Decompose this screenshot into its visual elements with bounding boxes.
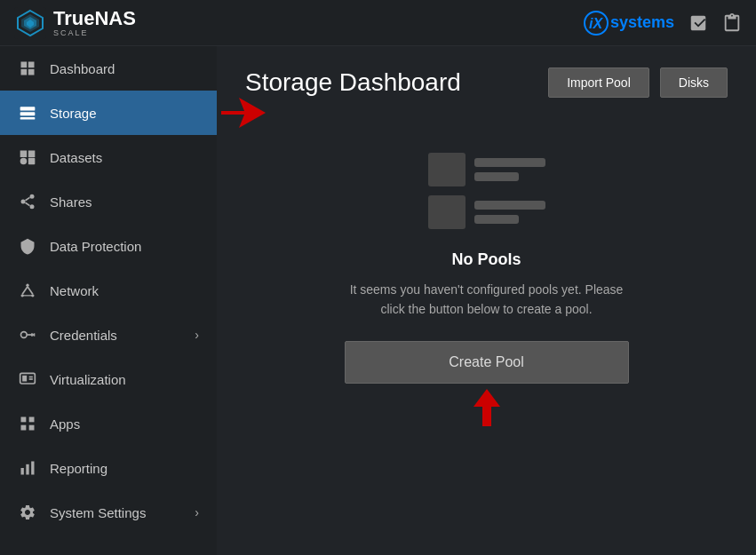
sidebar-item-credentials[interactable]: Credentials › [0, 313, 217, 357]
sidebar-item-shares[interactable]: Shares [0, 179, 217, 224]
svg-rect-16 [28, 158, 36, 165]
sidebar-item-storage[interactable]: Storage [0, 91, 217, 135]
logo-text: TrueNAS [53, 7, 136, 29]
reporting-icon [18, 458, 37, 478]
create-pool-button[interactable]: Create Pool [345, 341, 629, 384]
placeholder-box-1 [428, 153, 466, 186]
svg-line-25 [22, 287, 28, 294]
svg-rect-40 [21, 468, 24, 475]
placeholder-row-1 [428, 153, 545, 186]
data-protection-icon [18, 236, 37, 256]
sidebar-item-label-dashboard: Dashboard [50, 61, 199, 76]
import-pool-button[interactable]: Import Pool [548, 67, 649, 98]
svg-point-19 [30, 204, 35, 209]
system-settings-arrow-icon: › [195, 505, 199, 519]
no-pools-description: It seems you haven't configured pools ye… [345, 280, 629, 320]
svg-rect-10 [20, 112, 36, 115]
svg-rect-37 [29, 417, 35, 423]
no-pools-placeholder-graphic [428, 153, 545, 229]
svg-line-26 [28, 287, 33, 294]
sidebar-item-label-data-protection: Data Protection [50, 239, 199, 254]
create-pool-up-arrow-annotation [466, 387, 507, 428]
svg-rect-7 [21, 69, 28, 75]
ix-brand-text: systems [610, 13, 674, 32]
topbar: iX systems [217, 0, 756, 46]
disks-button[interactable]: Disks [660, 67, 728, 98]
placeholder-line-1b [474, 172, 519, 181]
sidebar-item-label-datasets: Datasets [50, 150, 199, 165]
virtualization-icon [18, 369, 37, 389]
logo-sub: SCALE [53, 28, 136, 37]
sidebar-item-system-settings[interactable]: System Settings › [0, 490, 217, 535]
sidebar-item-label-storage: Storage [50, 106, 199, 121]
clipboard-icon-button[interactable] [722, 13, 742, 33]
no-pools-container: No Pools It seems you haven't configured… [245, 126, 728, 428]
svg-rect-42 [31, 462, 34, 475]
truenas-logo-icon [14, 7, 46, 39]
placeholder-line-2b [474, 215, 519, 224]
sidebar-item-virtualization[interactable]: Virtualization [0, 357, 217, 401]
sidebar-item-label-reporting: Reporting [50, 461, 199, 476]
network-icon [18, 281, 37, 300]
credentials-arrow-icon: › [195, 328, 199, 342]
sidebar: TrueNAS SCALE Dashboard Storage [0, 0, 217, 555]
datasets-icon [18, 147, 37, 167]
sidebar-item-dashboard[interactable]: Dashboard [0, 46, 217, 91]
placeholder-box-2 [428, 195, 466, 229]
page-header: Storage Dashboard Import Pool Disks [245, 67, 728, 98]
svg-rect-32 [20, 373, 36, 384]
svg-rect-36 [21, 417, 27, 423]
sidebar-item-label-apps: Apps [50, 416, 199, 432]
topbar-icons [688, 13, 742, 33]
sidebar-item-network[interactable]: Network [0, 268, 217, 313]
placeholder-line-1a [474, 158, 545, 167]
svg-rect-5 [21, 62, 28, 68]
clipboard-icon [722, 13, 742, 33]
placeholder-lines-2 [474, 201, 545, 224]
ix-systems-logo: iX systems [584, 11, 674, 36]
svg-rect-13 [20, 151, 28, 158]
svg-rect-8 [28, 69, 35, 75]
svg-marker-45 [473, 389, 500, 426]
create-pool-section: Create Pool [345, 341, 629, 428]
svg-rect-33 [22, 376, 27, 382]
svg-rect-9 [20, 107, 36, 110]
guide-icon-button[interactable] [688, 13, 708, 33]
sidebar-item-datasets[interactable]: Datasets [0, 135, 217, 179]
svg-text:iX: iX [589, 16, 603, 31]
no-pools-title: No Pools [451, 250, 521, 269]
system-settings-icon [18, 503, 37, 522]
ix-logo-icon: iX [584, 11, 609, 36]
sidebar-header: TrueNAS SCALE [0, 0, 217, 46]
svg-line-20 [26, 197, 30, 200]
storage-icon [18, 103, 37, 123]
svg-rect-14 [28, 151, 36, 158]
header-buttons: Import Pool Disks [548, 67, 728, 98]
svg-rect-38 [21, 425, 27, 431]
guide-icon [688, 13, 708, 33]
sidebar-item-label-network: Network [50, 283, 199, 298]
sidebar-item-label-shares: Shares [50, 194, 199, 210]
placeholder-row-2 [428, 195, 545, 229]
shares-icon [18, 192, 37, 211]
page-title: Storage Dashboard [245, 68, 548, 97]
placeholder-lines-1 [474, 158, 545, 181]
main-content: iX systems Storage Dashboard Import Pool… [217, 0, 756, 555]
svg-rect-6 [28, 62, 35, 68]
svg-point-22 [26, 284, 28, 287]
svg-rect-41 [26, 464, 28, 475]
storage-page: Storage Dashboard Import Pool Disks [217, 46, 756, 555]
dashboard-icon [18, 59, 37, 78]
svg-rect-11 [20, 117, 36, 120]
apps-icon [18, 414, 37, 433]
sidebar-item-label-virtualization: Virtualization [50, 372, 199, 387]
svg-point-28 [21, 332, 28, 338]
svg-point-17 [21, 200, 26, 204]
svg-rect-39 [29, 425, 35, 431]
sidebar-nav: Dashboard Storage Datasets Shares [0, 46, 217, 535]
sidebar-logo: TrueNAS SCALE [14, 7, 136, 39]
sidebar-item-apps[interactable]: Apps [0, 401, 217, 446]
sidebar-item-data-protection[interactable]: Data Protection [0, 224, 217, 268]
svg-point-18 [30, 194, 35, 199]
sidebar-item-reporting[interactable]: Reporting [0, 446, 217, 490]
